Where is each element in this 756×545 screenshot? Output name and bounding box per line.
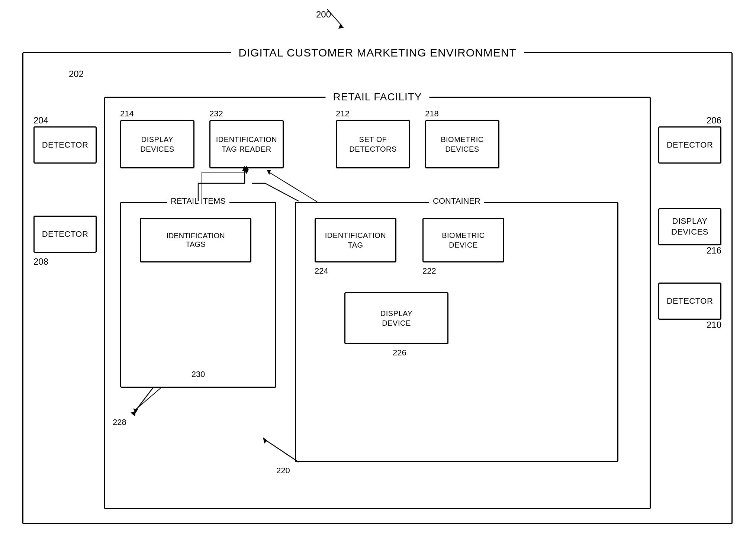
svg-marker-20 <box>263 437 267 444</box>
svg-line-17 <box>133 387 154 414</box>
arrow-200 <box>312 6 357 35</box>
num-206: 206 <box>707 115 721 126</box>
set-of-detectors-212: SET OFDETECTORS <box>336 120 410 168</box>
id-tags-box-230: IDENTIFICATIONTAGS <box>140 218 251 262</box>
num-214: 214 <box>120 109 134 119</box>
svg-marker-4 <box>245 170 248 174</box>
num-226: 226 <box>393 348 406 358</box>
num-228: 228 <box>113 417 126 427</box>
num-222: 222 <box>422 266 436 276</box>
svg-line-0 <box>327 9 342 26</box>
detector-206: DETECTOR <box>658 126 721 164</box>
id-tag-224: IDENTIFICATIONTAG <box>315 218 396 262</box>
detector-208: DETECTOR <box>33 216 97 253</box>
label-202: 202 <box>69 69 84 79</box>
svg-marker-18 <box>131 411 136 416</box>
num-208: 208 <box>33 257 48 267</box>
svg-line-9 <box>269 172 317 202</box>
num-230: 230 <box>192 370 205 379</box>
container-title: CONTAINER <box>429 196 484 206</box>
svg-line-19 <box>265 440 299 462</box>
outer-title: DIGITAL CUSTOMER MARKETING ENVIRONMENT <box>231 46 524 59</box>
num-204: 204 <box>33 115 48 126</box>
retail-facility-box: RETAIL FACILITY DISPLAYDEVICES 214 IDENT… <box>104 97 651 509</box>
container-box: CONTAINER IDENTIFICATIONTAG 224 BIOMETRI… <box>295 202 618 462</box>
biometric-devices-218: BIOMETRICDEVICES <box>425 120 499 168</box>
display-devices-214: DISPLAYDEVICES <box>120 120 194 168</box>
detector-210: DETECTOR <box>658 283 721 320</box>
svg-line-15 <box>265 183 299 201</box>
diagram-root: 200 DIGITAL CUSTOMER MARKETING ENVIRONME… <box>22 30 733 528</box>
retail-title: RETAIL FACILITY <box>325 91 429 103</box>
retail-items-title: RETAIL ITEMS <box>167 196 229 206</box>
num-218: 218 <box>425 109 439 119</box>
num-210: 210 <box>707 320 721 330</box>
id-tag-reader-232: IDENTIFICATIONTAG READER <box>209 120 284 168</box>
display-devices-right: DISPLAY DEVICES <box>658 208 721 245</box>
detector-204: DETECTOR <box>33 126 97 164</box>
svg-marker-10 <box>267 170 271 175</box>
svg-line-7 <box>135 388 161 410</box>
num-216-right: 216 <box>707 245 721 256</box>
num-232: 232 <box>209 109 223 119</box>
num-212: 212 <box>336 109 350 119</box>
biometric-device-222: BIOMETRICDEVICE <box>422 218 504 262</box>
num-224: 224 <box>315 266 328 276</box>
display-device-226: DISPLAYDEVICE <box>344 292 448 344</box>
svg-marker-8 <box>133 409 138 413</box>
num-220: 220 <box>276 466 290 475</box>
retail-items-box: RETAIL ITEMS IDENTIFICATIONTAGS 230 <box>120 202 276 388</box>
